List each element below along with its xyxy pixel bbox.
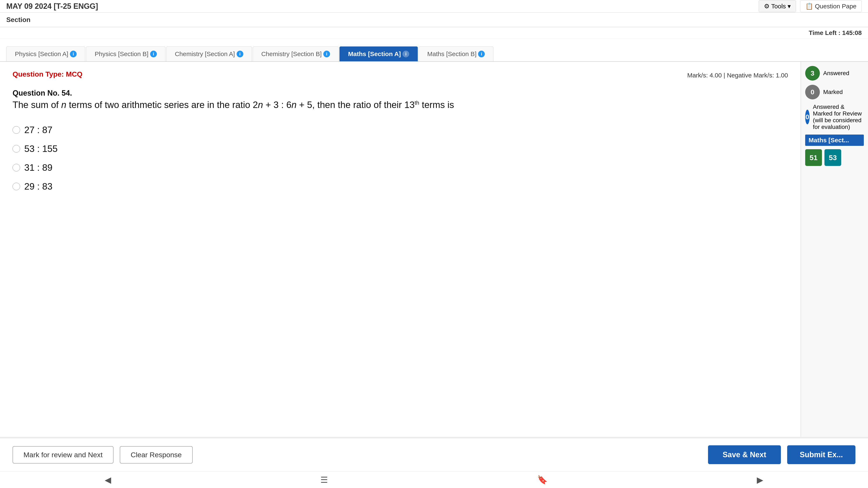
answered-marked-label: Answered & Marked for Review (will be co… bbox=[813, 104, 864, 130]
tools-button[interactable]: ⚙ Tools ▾ bbox=[759, 0, 796, 12]
tab-chemistry-a-info-icon[interactable]: i bbox=[237, 51, 243, 57]
mark-review-button[interactable]: Mark for review and Next bbox=[12, 446, 114, 463]
tab-chemistry-b[interactable]: Chemistry [Section B] i bbox=[253, 46, 339, 61]
tab-chemistry-a-label: Chemistry [Section A] bbox=[175, 51, 235, 58]
bottom-action-bar: Mark for review and Next Clear Response … bbox=[0, 438, 868, 471]
tab-physics-a-label: Physics [Section A] bbox=[15, 51, 68, 58]
tab-chemistry-a[interactable]: Chemistry [Section A] i bbox=[166, 46, 252, 61]
q-num-51[interactable]: 51 bbox=[805, 149, 822, 166]
q-num-53[interactable]: 53 bbox=[825, 149, 841, 166]
question-text: The sum of n terms of two arithmetic ser… bbox=[12, 98, 788, 112]
tab-maths-a[interactable]: Maths [Section A] i bbox=[339, 46, 418, 61]
tab-maths-b-info-icon[interactable]: i bbox=[478, 51, 485, 57]
section-header: Section bbox=[0, 12, 868, 27]
options-list: 27 : 87 53 : 155 31 : 89 29 : 83 bbox=[12, 125, 788, 192]
option-4-label: 29 : 83 bbox=[24, 181, 53, 192]
question-numbers-grid: 51 53 bbox=[805, 149, 864, 166]
tab-physics-b[interactable]: Physics [Section B] i bbox=[86, 46, 165, 61]
submit-exam-button[interactable]: Submit Ex... bbox=[787, 445, 856, 464]
tab-chemistry-b-label: Chemistry [Section B] bbox=[261, 51, 322, 58]
marked-badge: 0 bbox=[805, 85, 820, 99]
tab-maths-a-info-icon[interactable]: i bbox=[402, 51, 409, 57]
clear-response-button[interactable]: Clear Response bbox=[120, 446, 193, 463]
question-area: Question Type: MCQ Mark/s: 4.00 | Negati… bbox=[0, 62, 801, 437]
tab-physics-a[interactable]: Physics [Section A] i bbox=[6, 46, 85, 61]
answered-badge: 3 bbox=[805, 66, 820, 80]
option-1-label: 27 : 87 bbox=[24, 125, 53, 135]
answered-marked-badge: 0 bbox=[805, 110, 810, 124]
question-header-row: Question Type: MCQ Mark/s: 4.00 | Negati… bbox=[12, 70, 788, 83]
radio-opt3[interactable] bbox=[12, 164, 20, 171]
option-2[interactable]: 53 : 155 bbox=[12, 143, 788, 154]
bottom-left-buttons: Mark for review and Next Clear Response bbox=[12, 446, 193, 463]
radio-opt4[interactable] bbox=[12, 183, 20, 190]
tab-maths-a-label: Maths [Section A] bbox=[348, 51, 401, 58]
nav-back-icon[interactable]: ◀ bbox=[105, 475, 111, 485]
radio-opt1[interactable] bbox=[12, 126, 20, 134]
tab-physics-a-info-icon[interactable]: i bbox=[70, 51, 76, 57]
bottom-right-buttons: Save & Next Submit Ex... bbox=[708, 445, 856, 464]
right-sidebar: 3 Answered 0 Marked 0 Answered & Marked … bbox=[801, 62, 868, 437]
section-label: Section bbox=[6, 16, 31, 24]
radio-opt2[interactable] bbox=[12, 145, 20, 153]
nav-menu-icon[interactable]: ☰ bbox=[320, 475, 328, 485]
top-bar: MAY 09 2024 [T-25 ENGG] ⚙ Tools ▾ 📋 Ques… bbox=[0, 0, 868, 12]
top-bar-actions: ⚙ Tools ▾ 📋 Question Pape bbox=[759, 0, 862, 12]
exam-title: MAY 09 2024 [T-25 ENGG] bbox=[6, 2, 98, 11]
option-3[interactable]: 31 : 89 bbox=[12, 162, 788, 173]
maths-section-label: Maths [Sect... bbox=[805, 135, 864, 146]
timer-bar: Time Left : 145:08 bbox=[0, 27, 868, 39]
tab-maths-b-label: Maths [Section B] bbox=[427, 51, 476, 58]
question-type: Question Type: MCQ bbox=[12, 70, 83, 78]
timer-display: Time Left : 145:08 bbox=[809, 29, 862, 36]
main-content: Question Type: MCQ Mark/s: 4.00 | Negati… bbox=[0, 62, 868, 437]
tab-maths-b[interactable]: Maths [Section B] i bbox=[418, 46, 493, 61]
option-2-label: 53 : 155 bbox=[24, 143, 58, 154]
tab-physics-b-info-icon[interactable]: i bbox=[150, 51, 157, 57]
nav-forward-icon[interactable]: ▶ bbox=[757, 475, 763, 485]
option-3-label: 31 : 89 bbox=[24, 162, 53, 173]
stat-answered-marked: 0 Answered & Marked for Review (will be … bbox=[805, 104, 864, 130]
answered-label: Answered bbox=[823, 70, 849, 76]
nav-bottom-bar: ◀ ☰ 🔖 ▶ bbox=[0, 471, 868, 488]
tab-chemistry-b-info-icon[interactable]: i bbox=[323, 51, 330, 57]
option-1[interactable]: 27 : 87 bbox=[12, 125, 788, 135]
tab-physics-b-label: Physics [Section B] bbox=[95, 51, 149, 58]
nav-bookmark-icon[interactable]: 🔖 bbox=[537, 475, 548, 485]
question-paper-button[interactable]: 📋 Question Pape bbox=[800, 0, 862, 12]
tabs-row: Physics [Section A] i Physics [Section B… bbox=[0, 39, 868, 62]
marked-label: Marked bbox=[823, 89, 843, 95]
stat-marked: 0 Marked bbox=[805, 85, 864, 99]
save-next-button[interactable]: Save & Next bbox=[708, 445, 781, 464]
option-4[interactable]: 29 : 83 bbox=[12, 181, 788, 192]
question-number: Question No. 54. bbox=[12, 89, 788, 98]
marks-info: Mark/s: 4.00 | Negative Mark/s: 1.00 bbox=[687, 72, 788, 79]
stat-answered: 3 Answered bbox=[805, 66, 864, 80]
